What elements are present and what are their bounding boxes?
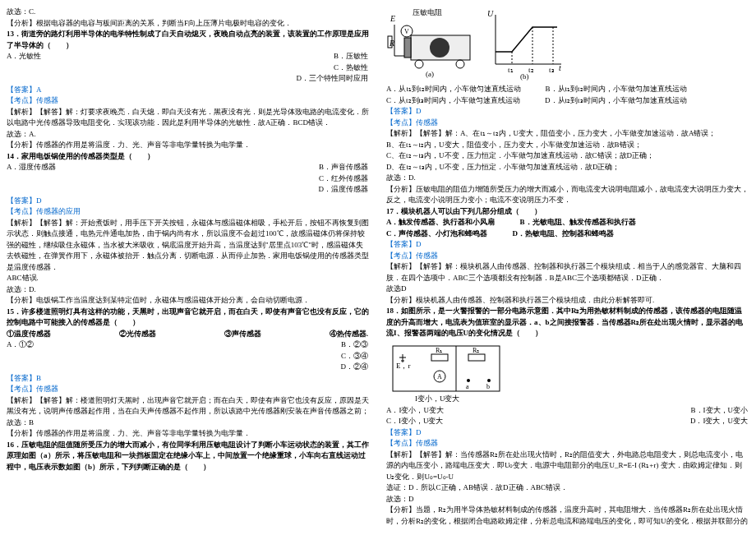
svg-rect-4 (404, 38, 411, 58)
fx: 【分析】传感器的作用是将温度．力、光、声音等非电学量转换为电学量． (7, 428, 370, 440)
opt-d: D．温度传感器 (319, 184, 369, 196)
graph-b-icon: U t t₁ t₂ t₃ (b) (483, 7, 565, 81)
kd: 【考点】传感器 (386, 438, 749, 450)
jx: 【解析】【解答】解：A、在t₁～t₂内，U变大，阻值变小，压力变大，小车做变加速… (386, 128, 749, 140)
opt-b: B．从t₁到t₂时间内，小车做匀加速直线运动 (546, 84, 687, 95)
q15: 15．许多楼道照明灯具有这样的功能，天黑时，出现声音它就开启，而在白天，即使有声… (7, 307, 370, 329)
kd: 【考点】传感器的应用 (7, 206, 370, 218)
xz: 选证：D．所以C正确，AB错误．故D正确．ABC错误． (386, 482, 749, 494)
gx: 故选：A. (7, 129, 370, 141)
opt-a: A．光敏性 (7, 51, 42, 62)
gx: 故选：D. (386, 173, 749, 184)
svg-text:t₂: t₂ (528, 66, 534, 74)
opt-b: B．②③ (341, 339, 368, 351)
gx: 故选：D. (7, 284, 370, 296)
jx: D、在t₂～t₃内，U不变，压力恒定．小车做匀加速直线运动．故D正确； (386, 162, 749, 173)
circuit-a-icon: 压敏电阻 E V R (a) (386, 7, 477, 81)
answer: 【答案】D (7, 196, 370, 207)
jx: 【解析】【解答】解：模块机器人由传感器、控制器和执行器三个模块组成．相当于人的感… (386, 261, 749, 284)
svg-text:t: t (559, 63, 561, 72)
svg-text:A: A (437, 373, 442, 380)
opt2: ②光传感器 (119, 329, 156, 340)
jx: 【解析】【解答】解：开始煮饭时，用手压下开关按钮，永磁体与感温磁体相吸，手松开后… (7, 218, 370, 274)
opt-b: B．光敏电阻、触发传感器和执行器 (520, 217, 636, 228)
opts: A．I变小，U变大 B．I变大，U变小 (386, 405, 748, 417)
jx: B、在t₁～t₂内，U变大，阻值变小，压力变大，小车做变加速运动．故B错误； (386, 140, 749, 151)
answer: 【答案】D (386, 427, 749, 439)
opt-a: A．①② (7, 339, 35, 351)
opt-c: C．③④ (341, 351, 368, 362)
svg-text:R₁: R₁ (436, 347, 442, 354)
svg-text:E，r: E，r (396, 362, 411, 370)
svg-text:R₂: R₂ (472, 347, 479, 354)
jx: C、在t₂～t₃内，U不变，压力恒定．小车做匀加速直线运动．故C错误；故D正确； (386, 150, 749, 162)
kd: 【考点】传感器 (7, 384, 370, 395)
q16: 16．压敏电阻的阻值随所受压力的增大而减小，有位同学利用压敏电阻设计了判断小车运… (7, 440, 370, 473)
q18: 18．如图所示，是一火警报警的一部分电路示意图．其中R₂为用热敏材料制成的传感器… (386, 306, 749, 339)
svg-text:b: b (486, 383, 490, 390)
svg-text:E: E (390, 14, 395, 23)
gx: 故选D (386, 284, 749, 295)
opt-a: A．从t₁到t₂时间内，小车做匀速直线运动 (386, 84, 521, 95)
figure-q16: 压敏电阻 E V R (a) U t t₁ t₂ t₃ (b) (386, 7, 749, 81)
kd: 【考点】传感器 (386, 118, 749, 129)
svg-point-3 (430, 38, 449, 58)
opts: A．从t₁到t₂时间内，小车做匀速直线运动 B．从t₁到t₂时间内，小车做匀加速… (386, 84, 749, 95)
answer: 【答案】B (7, 373, 370, 385)
opt1: ①温度传感器 (7, 329, 51, 340)
svg-rect-28 (468, 354, 485, 361)
opt-c: C．声传感器、小灯泡和蜂鸣器 (386, 228, 488, 240)
answer: 【答案】D (386, 106, 749, 118)
svg-text:I变小，U变大: I变小，U变大 (415, 394, 460, 403)
opt-a: A．I变小，U变大 (386, 405, 444, 417)
opt-b: B．声音传感器 (319, 162, 368, 173)
answer: 【答案】A (7, 85, 370, 96)
opt-d: D．从t₂到t₃时间内，小车做匀加速直线运动 (545, 95, 687, 107)
jx: 【解析】【解答】解：楼道照明灯天黑时，出现声音它就开启；而在白天，即使有声音它也… (7, 395, 370, 417)
opts: C．声传感器、小灯泡和蜂鸣器 D．热敏电阻、控制器和蜂鸣器 (386, 228, 749, 240)
q13: 13．街道旁的路灯利用半导体的电学特性制成了白天自动熄灭，夜晚自动点亮的装置，该… (7, 29, 370, 51)
opts: C．从t₂到t₃时间内，小车做匀速直线运动 D．从t₂到t₃时间内，小车做匀加速… (386, 95, 749, 107)
gx: 故选：D (386, 494, 749, 505)
opts: A．湿度传感器 B．声音传感器 (7, 162, 368, 173)
opts: A．光敏性 B．压敏性 (7, 51, 368, 62)
svg-text:t₃: t₃ (549, 66, 555, 74)
svg-rect-26 (431, 354, 448, 361)
opts: C．③④ (7, 351, 368, 362)
opt-c: C．热敏性 (334, 62, 368, 74)
svg-text:压敏电阻: 压敏电阻 (413, 8, 442, 16)
svg-text:t₁: t₁ (508, 66, 514, 74)
opts: C．红外传感器 (7, 173, 368, 185)
jx: 【解析】【解答】解：灯要求夜晚亮．白天熄．即白天没有光．黑夜没有光．则是光导体致… (7, 107, 370, 129)
kd: 【考点】传感器 (386, 251, 749, 262)
svg-text:(b): (b) (520, 72, 529, 81)
opt-d: D．②④ (341, 362, 369, 373)
q17: 17．模块机器人可以由下列几部分组成（ ） (386, 206, 749, 218)
svg-text:(a): (a) (426, 70, 434, 78)
jx: ABC错误. (7, 273, 370, 284)
kd: 【考点】传感器 (7, 95, 370, 107)
opt-b: B．I变大，U变小 (691, 405, 749, 417)
line: 故选：C. (7, 7, 370, 18)
opt-c: C．红外传感器 (319, 173, 368, 185)
opt-d: D．热敏电阻、控制器和蜂鸣器 (513, 228, 615, 240)
opt-c: C．I变小，U变大 (386, 416, 444, 427)
svg-point-6 (456, 60, 464, 68)
opt3: ③声传感器 (224, 329, 261, 340)
opts: A．①② B．②③ (7, 339, 368, 351)
fx: 【分析】模块机器人由传感器、控制器和执行器三个模块组成．由此分析解答即可. (386, 295, 749, 307)
circuit-fire-icon: E，r R₁ R₂ A a b I变小，U变大 (386, 339, 509, 405)
svg-text:V: V (404, 28, 409, 35)
gx: 故选：B (7, 417, 370, 429)
fx: 【分析】压敏电阻的阻值力增随所受压力的增大而减小，而电流变大说明电阻减小，故电流… (386, 184, 749, 206)
opts: D．温度传感器 (7, 184, 368, 196)
opt-a: A．湿度传感器 (7, 162, 57, 173)
opts: A．触发传感器、执行器和小风扇 B．光敏电阻、触发传感器和执行器 (386, 217, 749, 228)
svg-text:U: U (487, 9, 494, 18)
answer: 【答案】D (386, 239, 749, 251)
opts: C．I变小，U变大 D．I变大，U变大 (386, 416, 748, 427)
opt-b: B．压敏性 (334, 51, 368, 62)
opt-c: C．从t₂到t₃时间内，小车做匀速直线运动 (386, 95, 520, 107)
fx: 【分析】电饭锅工作当温度达到某特定值时，永磁体与感温磁体开始分离，会自动切断电源… (7, 295, 370, 307)
fx: 【分析】传感器的作用是将温度．力、光、声音等非电学量转换为电学量． (7, 140, 370, 151)
